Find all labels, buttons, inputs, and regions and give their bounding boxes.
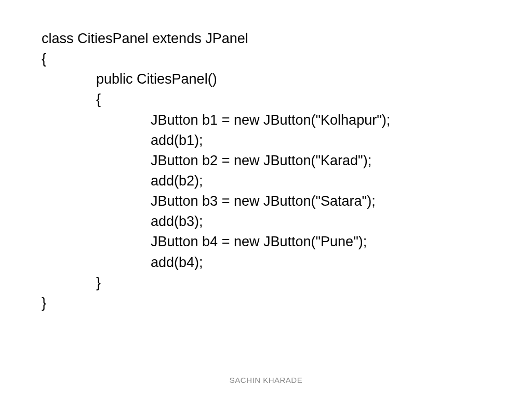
code-line: JButton b4 = new JButton("Pune"); [42, 234, 367, 249]
code-line: } [42, 295, 46, 311]
code-line: add(b1); [42, 132, 203, 148]
code-line: JButton b1 = new JButton("Kolhapur"); [42, 112, 390, 128]
code-line: class CitiesPanel extends JPanel [42, 31, 248, 46]
code-line: add(b2); [42, 173, 203, 189]
code-line: { [42, 51, 46, 66]
slide-footer: SACHIN KHARADE [0, 376, 532, 384]
slide-content: class CitiesPanel extends JPanel { publi… [0, 0, 532, 399]
code-line: JButton b3 = new JButton("Satara"); [42, 193, 376, 209]
code-line: { [42, 91, 101, 107]
code-line: } [42, 275, 101, 290]
code-line: add(b3); [42, 214, 203, 229]
code-line: JButton b2 = new JButton("Karad"); [42, 153, 371, 168]
code-line: public CitiesPanel() [42, 71, 217, 87]
code-line: add(b4); [42, 255, 203, 270]
code-block: class CitiesPanel extends JPanel { publi… [42, 29, 490, 313]
